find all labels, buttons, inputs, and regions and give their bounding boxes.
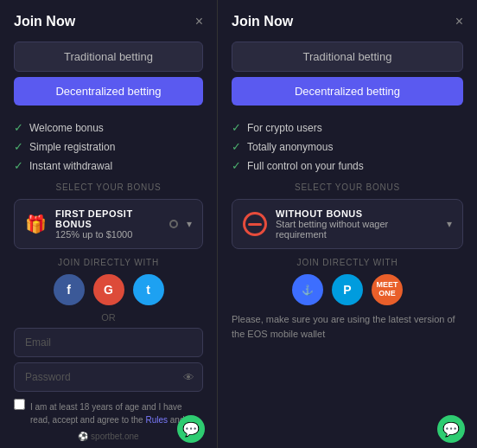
left-features-list: ✓ Welcome bonus ✓ Simple registration ✓ … [14, 121, 203, 172]
left-header: Join Now × [14, 14, 203, 29]
sportbet-logo: ⚽ sportbet.one [14, 432, 203, 441]
right-bonus-info: WITHOUT BONUS Start betting without wage… [276, 208, 438, 240]
right-features-list: ✓ For crypto users ✓ Totally anonymous ✓… [232, 121, 463, 172]
right-chat-icon: 💬 [442, 421, 460, 438]
left-chat-button[interactable]: 💬 [177, 415, 205, 443]
right-close-button[interactable]: × [455, 15, 463, 29]
eye-icon[interactable]: 👁 [183, 371, 194, 384]
gift-icon: 🎁 [25, 214, 47, 234]
check-icon-3: ✓ [14, 159, 23, 172]
terms-checkbox[interactable] [14, 399, 25, 410]
rules-link[interactable]: Rules [145, 415, 168, 425]
chat-icon: 💬 [182, 421, 200, 438]
right-chat-button[interactable]: 💬 [437, 415, 465, 443]
terms-text: I am at least 18 years of age and I have… [30, 400, 203, 426]
right-bonus-desc: Start betting without wager requirement [276, 219, 438, 240]
left-tab-traditional[interactable]: Traditional betting [14, 42, 203, 72]
google-button[interactable]: G [93, 274, 124, 305]
right-bonus-label: SELECT YOUR BONUS [232, 182, 463, 192]
email-input[interactable] [25, 336, 192, 349]
right-check-icon-2: ✓ [232, 140, 241, 153]
left-social-buttons: f G t [14, 274, 203, 305]
right-feature-2: ✓ Totally anonymous [232, 140, 463, 153]
no-bonus-icon [243, 212, 267, 236]
or-divider: OR [14, 312, 203, 323]
left-bonus-radio [169, 220, 178, 228]
right-tab-decentralized[interactable]: Decentralized betting [232, 77, 463, 106]
right-header: Join Now × [232, 14, 463, 29]
right-check-icon-3: ✓ [232, 159, 241, 172]
right-tab-traditional[interactable]: Traditional betting [232, 42, 463, 72]
left-bonus-name: FIRST DEPOSIT BONUS [55, 208, 161, 229]
eos-notice: Please, make sure you are using the late… [232, 312, 463, 341]
left-close-button[interactable]: × [195, 15, 203, 29]
left-bonus-desc: 125% up to $1000 [55, 229, 161, 240]
terms-row: I am at least 18 years of age and I have… [14, 397, 203, 426]
facebook-button[interactable]: f [54, 274, 85, 305]
sportbet-icon: ⚽ [78, 432, 88, 441]
password-field-wrapper[interactable]: 👁 [14, 362, 203, 392]
email-field-wrapper[interactable] [14, 328, 203, 357]
no-bonus-line [248, 223, 262, 226]
right-web3-social-buttons: ⚓ P MEETONE [232, 274, 463, 305]
right-join-direct-label: JOIN DIRECTLY WITH [232, 258, 463, 267]
left-bonus-box[interactable]: 🎁 FIRST DEPOSIT BONUS 125% up to $1000 ▾ [14, 199, 203, 249]
right-bonus-name: WITHOUT BONUS [276, 208, 438, 219]
left-title: Join Now [14, 14, 75, 29]
password-input[interactable] [14, 362, 203, 392]
right-feature-3: ✓ Full control on your funds [232, 159, 463, 172]
right-chevron-icon: ▾ [447, 218, 452, 230]
right-bonus-box[interactable]: WITHOUT BONUS Start betting without wage… [232, 199, 463, 249]
right-title: Join Now [232, 14, 293, 29]
left-tab-decentralized[interactable]: Decentralized betting [14, 77, 203, 106]
left-feature-2: ✓ Simple registration [14, 140, 203, 153]
paypal-button[interactable]: P [332, 274, 363, 305]
check-icon-1: ✓ [14, 121, 23, 134]
meetone-button[interactable]: MEETONE [372, 274, 403, 305]
left-panel: Join Now × Traditional betting Decentral… [0, 0, 218, 448]
twitter-button[interactable]: t [133, 274, 164, 305]
anchor-button[interactable]: ⚓ [292, 274, 323, 305]
right-check-icon-1: ✓ [232, 121, 241, 134]
left-feature-1: ✓ Welcome bonus [14, 121, 203, 134]
left-join-direct-label: JOIN DIRECTLY WITH [14, 258, 203, 267]
right-feature-1: ✓ For crypto users [232, 121, 463, 134]
left-feature-3: ✓ Instant withdrawal [14, 159, 203, 172]
check-icon-2: ✓ [14, 140, 23, 153]
left-chevron-icon: ▾ [187, 218, 192, 230]
left-bonus-label: SELECT YOUR BONUS [14, 182, 203, 192]
right-panel: Join Now × Traditional betting Decentral… [218, 0, 477, 448]
left-bonus-info: FIRST DEPOSIT BONUS 125% up to $1000 [55, 208, 161, 240]
